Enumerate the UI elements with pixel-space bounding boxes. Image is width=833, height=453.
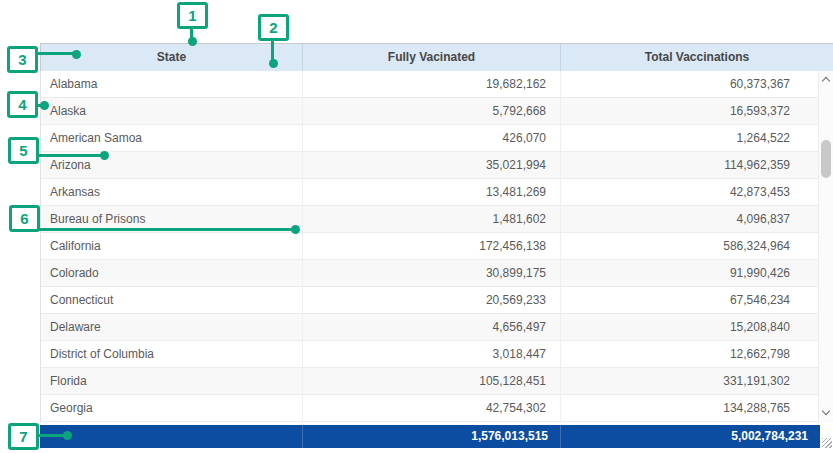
fully-vaccinated-cell[interactable]: 426,070: [302, 125, 560, 151]
totals-row: 1,576,013,515 5,002,784,231: [40, 425, 820, 448]
callout-5-connector: [39, 154, 103, 157]
fully-vaccinated-cell[interactable]: 13,481,269: [302, 179, 560, 205]
total-vaccinations-cell[interactable]: 91,990,426: [560, 260, 818, 286]
total-vaccinations-cell[interactable]: 67,546,234: [560, 287, 818, 313]
fully-vaccinated-cell[interactable]: 3,018,447: [302, 341, 560, 367]
callout-5-label: 5: [19, 142, 27, 159]
callout-1-anchor-dot: [188, 37, 197, 46]
table-row[interactable]: Alabama19,682,16260,373,367: [41, 71, 818, 98]
callout-6-badge: 6: [9, 205, 40, 232]
total-vaccinations-cell[interactable]: 114,962,359: [560, 152, 818, 178]
chevron-down-glyph: [822, 407, 830, 415]
total-vaccinations-cell[interactable]: 331,191,302: [560, 368, 818, 394]
callout-3-connector: [37, 52, 75, 55]
callout-5-badge: 5: [8, 137, 39, 164]
table-row[interactable]: Florida105,128,451331,191,302: [41, 368, 818, 395]
resize-grip-icon[interactable]: [822, 438, 832, 448]
table-row[interactable]: Delaware4,656,49715,208,840: [41, 314, 818, 341]
table-row[interactable]: Connecticut20,569,23367,546,234: [41, 287, 818, 314]
column-header-fully-vaccinated[interactable]: Fully Vacinated: [302, 44, 560, 71]
fully-vaccinated-cell[interactable]: 20,569,233: [302, 287, 560, 313]
state-cell[interactable]: Delaware: [41, 314, 302, 340]
fully-vaccinated-cell[interactable]: 19,682,162: [302, 71, 560, 97]
state-cell[interactable]: Georgia: [41, 395, 302, 421]
column-header-state[interactable]: State: [41, 44, 302, 71]
total-vaccinations-cell[interactable]: 134,288,765: [560, 395, 818, 421]
column-header-total-vaccinations[interactable]: Total Vaccinations: [560, 44, 833, 71]
callout-3-label: 3: [18, 51, 26, 68]
total-vaccinations-cell[interactable]: 15,208,840: [560, 314, 818, 340]
total-vaccinations-cell[interactable]: 586,324,964: [560, 233, 818, 259]
callout-1-label: 1: [188, 7, 196, 24]
chevron-down-icon[interactable]: [819, 406, 833, 420]
table-row[interactable]: District of Columbia3,018,44712,662,798: [41, 341, 818, 368]
total-vaccinations-cell[interactable]: 42,873,453: [560, 179, 818, 205]
state-cell[interactable]: Arkansas: [41, 179, 302, 205]
state-cell[interactable]: Florida: [41, 368, 302, 394]
fully-vaccinated-cell[interactable]: 5,792,668: [302, 98, 560, 124]
table-row[interactable]: Arizona35,021,994114,962,359: [41, 152, 818, 179]
state-cell[interactable]: Connecticut: [41, 287, 302, 313]
table-row[interactable]: Colorado30,899,17591,990,426: [41, 260, 818, 287]
fully-vaccinated-cell[interactable]: 105,128,451: [302, 368, 560, 394]
state-cell[interactable]: California: [41, 233, 302, 259]
state-cell[interactable]: District of Columbia: [41, 341, 302, 367]
table-body: Alabama19,682,16260,373,367Alaska5,792,6…: [40, 71, 818, 422]
callout-5-anchor-dot: [100, 151, 109, 160]
fully-vaccinated-cell[interactable]: 35,021,994: [302, 152, 560, 178]
callout-7-anchor-dot: [63, 431, 72, 440]
callout-1-badge: 1: [177, 2, 208, 29]
table-row[interactable]: California172,456,138586,324,964: [41, 233, 818, 260]
total-vaccinations-cell[interactable]: 1,264,522: [560, 125, 818, 151]
total-vaccinations-cell[interactable]: 16,593,372: [560, 98, 818, 124]
callout-3-anchor-dot: [72, 50, 81, 59]
table-row[interactable]: Arkansas13,481,26942,873,453: [41, 179, 818, 206]
callout-4-anchor-dot: [40, 101, 49, 110]
state-cell[interactable]: Alabama: [41, 71, 302, 97]
fully-vaccinated-cell[interactable]: 4,656,497: [302, 314, 560, 340]
state-cell[interactable]: Alaska: [41, 98, 302, 124]
table-header-row: State Fully Vacinated Total Vaccinations: [40, 43, 833, 71]
state-cell[interactable]: American Samoa: [41, 125, 302, 151]
callout-7-label: 7: [19, 428, 27, 445]
list-table-visual: State Fully Vacinated Total Vaccinations…: [0, 0, 833, 453]
fully-vaccinated-cell[interactable]: 172,456,138: [302, 233, 560, 259]
callout-7-badge: 7: [8, 423, 39, 450]
total-vaccinations-cell[interactable]: 4,096,837: [560, 206, 818, 232]
scrollbar-thumb[interactable]: [821, 140, 831, 178]
chevron-up-icon[interactable]: [819, 73, 833, 87]
total-vaccinations-cell[interactable]: 12,662,798: [560, 341, 818, 367]
fully-vaccinated-cell[interactable]: 42,754,302: [302, 395, 560, 421]
state-cell[interactable]: Colorado: [41, 260, 302, 286]
callout-2-connector: [271, 40, 274, 61]
callout-2-label: 2: [269, 19, 277, 36]
callout-3-badge: 3: [7, 46, 38, 73]
callout-2-badge: 2: [258, 14, 289, 41]
callout-2-anchor-dot: [269, 59, 278, 68]
callout-4-badge: 4: [7, 91, 38, 118]
totals-state-cell: [40, 425, 302, 448]
callout-6-label: 6: [20, 210, 28, 227]
fully-vaccinated-cell[interactable]: 1,481,602: [302, 206, 560, 232]
total-vaccinations-cell[interactable]: 60,373,367: [560, 71, 818, 97]
table-row[interactable]: Alaska5,792,66816,593,372: [41, 98, 818, 125]
totals-fully-vaccinated-cell: 1,576,013,515: [302, 425, 560, 448]
vertical-scrollbar[interactable]: [818, 71, 833, 423]
callout-6-anchor-dot: [291, 225, 300, 234]
totals-total-vaccinations-cell: 5,002,784,231: [560, 425, 820, 448]
chevron-up-glyph: [822, 77, 830, 85]
callout-6-connector: [39, 228, 293, 231]
fully-vaccinated-cell[interactable]: 30,899,175: [302, 260, 560, 286]
callout-4-label: 4: [18, 96, 26, 113]
callout-7-connector: [38, 434, 66, 437]
table-row[interactable]: American Samoa426,0701,264,522: [41, 125, 818, 152]
table-row[interactable]: Georgia42,754,302134,288,765: [41, 395, 818, 422]
